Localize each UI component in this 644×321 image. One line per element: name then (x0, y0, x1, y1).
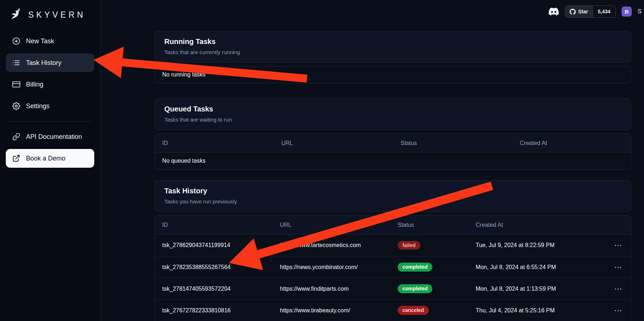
row-created-at: Mon, Jul 8, 2024 at 6:55:24 PM (476, 264, 600, 271)
sidebar-item-billing[interactable]: Billing (6, 75, 94, 94)
github-icon (570, 9, 576, 15)
row-actions-button[interactable]: ⋯ (600, 306, 623, 315)
avatar[interactable]: R (622, 6, 632, 17)
column-header-id: ID (162, 140, 281, 146)
github-star-widget: Star 5,434 (565, 5, 616, 18)
section-subtitle: Tasks you have run previously (164, 198, 621, 205)
running-tasks-header: Running Tasks Tasks that are currently r… (155, 31, 631, 62)
table-row[interactable]: tsk_278147405593572204 https://www.findi… (155, 278, 631, 299)
sidebar-item-label: Billing (26, 81, 43, 88)
sidebar-item-new-task[interactable]: New Task (6, 32, 94, 50)
column-header-url: URL (281, 140, 401, 146)
row-url: https://news.ycombinator.com/ (280, 264, 398, 271)
sidebar-item-label: Book a Demo (26, 155, 65, 162)
section-title: Running Tasks (164, 38, 621, 46)
github-star-button[interactable]: Star (565, 6, 592, 17)
table-row[interactable]: tsk_276727822333810816 https://www.tirab… (155, 299, 631, 321)
column-header-status: Status (398, 222, 476, 228)
sidebar: SKYVERN New Task Task History Billing Se… (0, 0, 100, 321)
queued-tasks-header: Queued Tasks Tasks that are waiting to r… (155, 98, 631, 130)
sidebar-divider (8, 121, 92, 122)
status-badge: canceled (398, 306, 429, 315)
sidebar-item-settings[interactable]: Settings (6, 97, 94, 115)
row-url: https://www.finditparts.com (280, 286, 398, 292)
github-star-label: Star (578, 9, 588, 14)
main-content: Running Tasks Tasks that are currently r… (100, 0, 644, 321)
task-history-header: Task History Tasks you have run previous… (155, 180, 631, 212)
queued-tasks-table: ID URL Status Created At No queued tasks (155, 133, 631, 170)
user-name-clipped: S (637, 8, 642, 15)
table-row[interactable]: tsk_278235388555267564 https://news.ycom… (155, 256, 631, 278)
row-id: tsk_278235388555267564 (162, 264, 280, 271)
table-header-row: ID URL Status Created At (155, 216, 631, 234)
column-header-created-at: Created At (520, 140, 623, 146)
sidebar-item-book-a-demo[interactable]: Book a Demo (6, 149, 94, 168)
gear-icon (12, 102, 20, 110)
row-url: https://www.tirabeauty.com/ (280, 307, 398, 314)
task-history-section: Task History Tasks you have run previous… (155, 180, 631, 321)
row-created-at: Thu, Jul 4, 2024 at 5:25:16 PM (476, 307, 600, 314)
section-title: Queued Tasks (164, 105, 621, 113)
queued-tasks-section: Queued Tasks Tasks that are waiting to r… (155, 98, 631, 170)
section-subtitle: Tasks that are waiting to run (164, 116, 621, 123)
history-table-body: tsk_278629043741199914 https://www.tarte… (155, 234, 631, 321)
brand-name: SKYVERN (28, 10, 86, 20)
row-actions-button[interactable]: ⋯ (600, 263, 623, 272)
row-id: tsk_278147405593572204 (162, 286, 280, 292)
row-created-at: Tue, Jul 9, 2024 at 8:22:59 PM (476, 242, 600, 249)
plus-circle-icon (12, 37, 20, 45)
column-header-status: Status (401, 140, 520, 146)
column-header-created-at: Created At (476, 222, 600, 228)
queued-empty-state: No queued tasks (155, 153, 631, 169)
external-link-icon (12, 154, 20, 162)
github-star-count[interactable]: 5,434 (592, 6, 615, 17)
credit-card-icon (12, 80, 20, 88)
sidebar-item-label: New Task (26, 38, 54, 45)
status-badge: failed (398, 241, 420, 250)
row-url: https://www.tartecosmetics.com (280, 242, 398, 249)
table-row[interactable]: tsk_278629043741199914 https://www.tarte… (155, 234, 631, 256)
list-icon (12, 59, 20, 67)
brand-logo: SKYVERN (6, 4, 94, 32)
row-actions-button[interactable]: ⋯ (600, 241, 623, 250)
topbar: Star 5,434 R S (548, 5, 642, 18)
row-actions-button[interactable]: ⋯ (600, 284, 623, 294)
sidebar-item-label: API Documentation (26, 133, 82, 141)
row-id: tsk_276727822333810816 (162, 307, 280, 314)
sidebar-item-task-history[interactable]: Task History (6, 53, 94, 72)
sidebar-item-label: Settings (26, 102, 49, 110)
sidebar-item-api-documentation[interactable]: API Documentation (6, 127, 94, 146)
row-id: tsk_278629043741199914 (162, 242, 280, 249)
row-created-at: Mon, Jul 8, 2024 at 1:13:59 PM (476, 286, 600, 292)
status-badge: completed (398, 263, 432, 272)
link-icon (12, 133, 20, 141)
column-header-id: ID (162, 222, 280, 228)
column-header-url: URL (280, 222, 398, 228)
running-tasks-body: No running tasks (155, 66, 631, 83)
table-header-row: ID URL Status Created At (155, 134, 631, 153)
section-subtitle: Tasks that are currently running (164, 49, 621, 55)
task-history-table: ID URL Status Created At tsk_27862904374… (155, 215, 631, 321)
status-badge: completed (398, 284, 432, 293)
section-title: Task History (164, 187, 621, 195)
skyvern-logo-icon (7, 6, 24, 23)
running-empty-state: No running tasks (155, 66, 631, 83)
discord-icon[interactable] (548, 6, 559, 17)
running-tasks-section: Running Tasks Tasks that are currently r… (155, 31, 631, 83)
sidebar-item-label: Task History (26, 59, 61, 67)
